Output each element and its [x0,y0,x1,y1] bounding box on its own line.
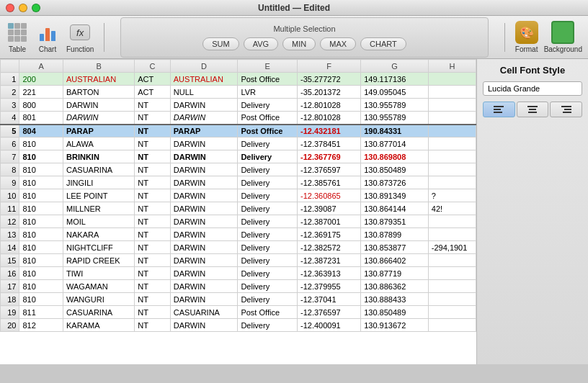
cell-c[interactable]: NT [135,112,171,125]
cell-e[interactable]: Delivery [238,267,298,280]
cell-e[interactable]: LVR [238,86,298,99]
cell-b[interactable]: KARAMA [63,319,135,332]
toolbar-function[interactable]: fx Function [66,21,94,53]
table-row[interactable]: 15810RAPID CREEKNTDARWINDelivery-12.3872… [1,254,476,267]
cell-e[interactable]: Delivery [238,138,298,150]
cell-a[interactable]: 221 [19,86,63,99]
cell-g[interactable]: 130.886362 [361,280,429,293]
cell-a[interactable]: 810 [19,228,63,241]
cell-e[interactable]: Delivery [238,99,298,112]
cell-f[interactable]: -35.201372 [298,86,361,99]
cell-b[interactable]: RAPID CREEK [63,254,135,267]
cell-g[interactable]: 130.850489 [361,163,429,176]
cell-c[interactable]: NT [135,280,171,293]
cell-rh[interactable]: 15 [1,254,19,267]
cell-g[interactable]: 130.955789 [361,99,429,112]
toolbar-chart[interactable]: Chart [36,21,59,53]
cell-rh[interactable]: 2 [1,86,19,99]
cell-g[interactable]: 130.850489 [361,306,429,319]
cell-a[interactable]: 810 [19,176,63,189]
cell-d[interactable]: AUSTRALIAN [170,73,238,86]
cell-f[interactable]: -12.382572 [298,241,361,254]
cell-c[interactable]: ACT [135,86,171,99]
minimize-button[interactable] [19,4,27,12]
cell-b[interactable]: DARWIN [63,112,135,125]
table-row[interactable]: 20812KARAMANTDARWINDelivery-12.400091130… [1,319,476,332]
cell-f[interactable]: -12.39087 [298,202,361,215]
cell-d[interactable]: DARWIN [170,293,238,306]
cell-h[interactable] [428,228,476,241]
cell-h[interactable] [428,254,476,267]
cell-e[interactable]: Delivery [238,228,298,241]
cell-g[interactable]: 130.87719 [361,267,429,280]
cell-h[interactable]: 42! [428,202,476,215]
cell-c[interactable]: NT [135,189,171,202]
toolbar-table[interactable]: Table [6,21,29,53]
cell-h[interactable] [428,163,476,176]
cell-f[interactable]: -12.801028 [298,112,361,125]
cell-a[interactable]: 810 [19,293,63,306]
cell-f[interactable]: -12.367769 [298,150,361,163]
cell-h[interactable] [428,73,476,86]
cell-e[interactable]: Delivery [238,319,298,332]
cell-f[interactable]: -12.360865 [298,189,361,202]
cell-g[interactable]: 130.866402 [361,254,429,267]
cell-rh[interactable]: 14 [1,241,19,254]
cell-a[interactable]: 800 [19,99,63,112]
cell-e[interactable]: Delivery [238,280,298,293]
spreadsheet[interactable]: A B C D E F G H 1200AUSTRALIANACTAUSTRAL… [0,59,476,364]
cell-f[interactable]: -12.387231 [298,254,361,267]
cell-a[interactable]: 810 [19,254,63,267]
cell-b[interactable]: TIWI [63,267,135,280]
cell-a[interactable]: 810 [19,215,63,228]
cell-e[interactable]: Post Office [238,306,298,319]
cell-a[interactable]: 810 [19,138,63,150]
cell-h[interactable] [428,150,476,163]
cell-f[interactable]: -12.432181 [298,125,361,138]
cell-d[interactable]: DARWIN [170,241,238,254]
table-row[interactable]: 13810NAKARANTDARWINDelivery-12.369175130… [1,228,476,241]
cell-e[interactable]: Delivery [238,176,298,189]
align-center-button[interactable] [517,102,549,117]
cell-b[interactable]: DARWIN [63,99,135,112]
cell-rh[interactable]: 8 [1,163,19,176]
table-row[interactable]: 3800DARWINNTDARWINDelivery-12.801028130.… [1,99,476,112]
cell-g[interactable]: 130.888433 [361,293,429,306]
cell-d[interactable]: DARWIN [170,267,238,280]
cell-b[interactable]: LEE POINT [63,189,135,202]
table-row[interactable]: 5804PARAPNTPARAPPost Office-12.432181190… [1,125,476,138]
cell-h[interactable] [428,267,476,280]
cell-c[interactable]: NT [135,267,171,280]
cell-rh[interactable]: 10 [1,189,19,202]
cell-f[interactable]: -12.379955 [298,280,361,293]
cell-a[interactable]: 810 [19,267,63,280]
cell-b[interactable]: CASUARINA [63,306,135,319]
cell-c[interactable]: NT [135,125,171,138]
sum-button[interactable]: SUM [202,37,239,50]
cell-h[interactable] [428,125,476,138]
align-left-button[interactable] [483,102,515,117]
cell-a[interactable]: 812 [19,319,63,332]
cell-rh[interactable]: 13 [1,228,19,241]
cell-h[interactable] [428,319,476,332]
cell-d[interactable]: DARWIN [170,176,238,189]
col-header-e[interactable]: E [238,60,298,73]
cell-c[interactable]: ACT [135,73,171,86]
cell-d[interactable]: NULL [170,86,238,99]
cell-b[interactable]: NAKARA [63,228,135,241]
col-header-f[interactable]: F [298,60,361,73]
cell-h[interactable] [428,176,476,189]
cell-h[interactable] [428,215,476,228]
cell-rh[interactable]: 5 [1,125,19,138]
cell-b[interactable]: BRINKIN [63,150,135,163]
col-header-b[interactable]: B [63,60,135,73]
cell-f[interactable]: -12.387001 [298,215,361,228]
cell-e[interactable]: Delivery [238,215,298,228]
cell-rh[interactable]: 16 [1,267,19,280]
toolbar-background[interactable]: Background [544,21,582,53]
cell-e[interactable]: Post Office [238,73,298,86]
table-row[interactable]: 7810BRINKINNTDARWINDelivery-12.367769130… [1,150,476,163]
cell-h[interactable]: -294,1901 [428,241,476,254]
cell-e[interactable]: Post Office [238,125,298,138]
cell-g[interactable]: 130.879351 [361,215,429,228]
